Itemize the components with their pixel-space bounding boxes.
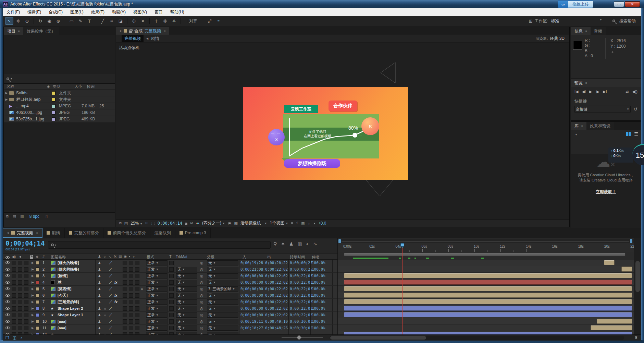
layer-twirl-icon[interactable]: ▶ (32, 320, 34, 323)
layer-bar[interactable] (344, 306, 632, 311)
audio-mute-button[interactable]: ◀)) (632, 90, 637, 94)
in-value[interactable]: 0;00;00;00 (240, 274, 263, 278)
mode-select[interactable]: 正常▼ (146, 299, 167, 305)
t-column[interactable]: T (169, 255, 172, 259)
audio-toggle[interactable] (12, 280, 16, 285)
timeline-zoom-slider[interactable] (282, 337, 323, 338)
parent-pickwhip-icon[interactable]: ◎ (200, 261, 203, 265)
expand-in-point-icon[interactable]: ❐ (5, 335, 9, 340)
tab-effects-presets[interactable]: 效果和预设 (586, 122, 614, 130)
quality-switch[interactable]: ／ (109, 286, 112, 291)
shy-switch[interactable]: ♟ (98, 261, 101, 265)
adjustment-box[interactable] (135, 267, 139, 272)
layer-twirl-icon[interactable]: ▶ (32, 274, 34, 277)
audio-toggle[interactable] (12, 319, 16, 324)
audio-toggle[interactable] (12, 306, 16, 311)
layer-bar[interactable] (344, 286, 632, 291)
adjustment-box[interactable] (135, 326, 139, 330)
timeline-hscrollbar[interactable] (330, 336, 624, 340)
layer-twirl-icon[interactable]: ▶ (32, 261, 34, 264)
tab-info[interactable]: 信息≡ (571, 27, 591, 35)
shy-switch[interactable]: ♟ (98, 287, 101, 291)
fx-switch[interactable]: fx (114, 281, 117, 284)
quality-switch[interactable]: ／ (109, 306, 112, 311)
layer-bar[interactable] (621, 267, 632, 272)
out-value[interactable]: 0;00;20;22 (265, 261, 288, 265)
3d-layer-switch[interactable]: ⬨ (141, 287, 143, 291)
shy-switch[interactable]: ♟ (98, 281, 101, 284)
stretch-value[interactable]: 100.0% (312, 300, 325, 304)
lock-toggle[interactable] (24, 326, 28, 330)
shy-switch[interactable]: ♟ (98, 300, 101, 304)
layer-label-chip[interactable] (36, 261, 39, 265)
comp-canvas[interactable]: 记住了他们 在网上看过的视频 80% ⋯⋯ 云凯工作室 合作伙伴 ⌒⌒ 3 (243, 87, 408, 180)
trash-icon[interactable]: ▯ (46, 214, 48, 218)
lock-toggle[interactable] (24, 293, 28, 298)
audio-toggle[interactable] (12, 274, 16, 278)
lock-toggle[interactable] (24, 306, 28, 311)
col-fps[interactable]: 帧速率 (87, 84, 95, 89)
track-row[interactable] (338, 318, 634, 325)
switch-header-icon-6[interactable]: ◐ (129, 255, 131, 259)
search-help[interactable]: 搜索帮助 (619, 18, 636, 24)
motion-blur-box[interactable] (129, 306, 133, 311)
audio-toggle[interactable] (12, 326, 16, 330)
preserve-transparency-box[interactable] (169, 267, 174, 272)
mode-column[interactable]: 模式 (147, 255, 154, 260)
col-tag-icon[interactable]: ◈ (47, 84, 50, 89)
out-value[interactable]: 0;00;22;02 (265, 287, 288, 291)
quality-switch[interactable]: ／ (109, 319, 112, 324)
mini-flowchart-icon[interactable]: ⚲ (273, 241, 277, 247)
menu-效果(T)[interactable]: 效果(T) (87, 8, 108, 16)
trkmat-select[interactable]: 无▼ (176, 280, 197, 285)
reset-icon[interactable]: ↺ (633, 106, 637, 112)
last-frame-button[interactable]: ▶I (603, 90, 607, 94)
pixel-aspect-icon[interactable]: ⌗ (291, 221, 293, 225)
frame-blend-icon[interactable]: ▥ (298, 241, 302, 247)
layer-bar[interactable] (597, 319, 632, 324)
project-bpc[interactable]: 8 bpc (29, 214, 39, 219)
draft-3d-icon[interactable]: ✶ (281, 241, 285, 247)
resolution-select[interactable]: (四分之一)▼ (202, 220, 225, 226)
next-frame-button[interactable]: I▶ (596, 90, 600, 94)
solo-toggle[interactable] (18, 306, 22, 311)
layer-bar[interactable] (344, 332, 632, 334)
camera-tool[interactable]: ◉ (45, 17, 53, 25)
view-layout-select[interactable]: 1个视图▼ (270, 220, 288, 226)
layer-row[interactable]: ▶6[今天]♟／fx正常▼无▼◎无▼0;00;00;000;00;22;020;… (3, 292, 337, 299)
col-name[interactable]: 名称 (7, 84, 14, 89)
preserve-transparency-box[interactable] (169, 287, 174, 291)
quality-switch[interactable]: ／ (109, 312, 112, 317)
flowchart-icon[interactable]: ♁ (308, 221, 310, 225)
motion-blur-box[interactable] (129, 280, 133, 285)
layer-twirl-icon[interactable]: ▶ (32, 287, 34, 291)
timeline-search[interactable]: ▾ (48, 241, 271, 249)
mode-select[interactable]: 正常▼ (146, 260, 167, 265)
motion-blur-icon[interactable]: ◐ (306, 241, 309, 247)
duration-value[interactable]: 0;00;22;03 (290, 306, 312, 311)
mode-select[interactable]: 正常▼ (146, 319, 167, 324)
out-value[interactable]: 0;00;22;02 (265, 267, 288, 272)
frame-blend-box[interactable] (123, 326, 127, 330)
stretch-value[interactable]: 100.0% (312, 326, 325, 330)
preserve-transparency-box[interactable] (169, 293, 174, 298)
stretch-value[interactable]: 100.0% (312, 287, 325, 291)
layer-eye-icon[interactable] (5, 287, 10, 290)
trkmat-select[interactable]: 无▼ (176, 293, 197, 298)
adjustment-box[interactable] (135, 300, 139, 304)
project-row[interactable]: 53c725b...1.jpgJPEG489 KB (4, 116, 115, 122)
shy-switch[interactable]: ♟ (98, 313, 101, 317)
out-column[interactable]: 出 (267, 255, 271, 260)
layer-bar[interactable] (344, 273, 632, 278)
in-value[interactable]: 0;00;19;28 (240, 261, 263, 265)
clone-stamp-tool[interactable]: ⌗ (108, 17, 116, 25)
audio-toggle[interactable] (12, 287, 16, 291)
lock-toggle[interactable] (24, 267, 28, 272)
menu-编辑(E)[interactable]: 编辑(E) (24, 8, 45, 16)
preserve-transparency-box[interactable] (169, 306, 174, 311)
shy-switch[interactable]: ♟ (98, 274, 101, 278)
duration-value[interactable]: 0;00;22;03 (290, 287, 312, 291)
frame-blend-box[interactable] (123, 300, 127, 304)
label-chip[interactable] (52, 104, 55, 108)
out-value[interactable]: 0;00;22;02 (265, 274, 288, 278)
